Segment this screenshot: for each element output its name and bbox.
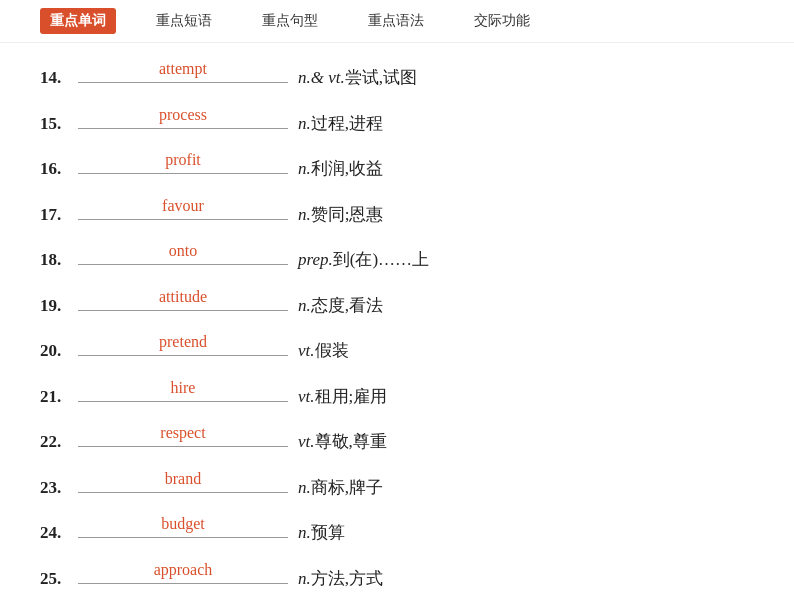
vocab-num-6: 20. [40, 338, 78, 364]
vocab-def-3: n.赞同;恩惠 [298, 202, 383, 228]
vocab-row-2: 16.profitn.利润,收益 [40, 142, 754, 188]
vocab-blank-3: favour [78, 194, 288, 220]
vocab-blank-2: profit [78, 148, 288, 174]
vocab-blank-6: pretend [78, 330, 288, 356]
vocab-row-3: 17.favourn.赞同;恩惠 [40, 188, 754, 234]
vocab-def-9: n.商标,牌子 [298, 475, 383, 501]
vocab-word-2: profit [165, 148, 201, 172]
vocab-def-4: prep.到(在)……上 [298, 247, 429, 273]
vocab-num-4: 18. [40, 247, 78, 273]
vocab-row-1: 15.processn.过程,进程 [40, 97, 754, 143]
vocab-word-9: brand [165, 467, 201, 491]
vocab-row-0: 14.attemptn.& vt.尝试,试图 [40, 51, 754, 97]
vocab-word-8: respect [160, 421, 205, 445]
vocab-num-8: 22. [40, 429, 78, 455]
vocab-blank-11: approach [78, 558, 288, 584]
vocab-word-10: budget [161, 512, 205, 536]
vocab-def-6: vt.假装 [298, 338, 349, 364]
vocab-num-0: 14. [40, 65, 78, 91]
vocab-def-8: vt.尊敬,尊重 [298, 429, 387, 455]
vocab-row-4: 18.ontoprep.到(在)……上 [40, 233, 754, 279]
vocab-row-7: 21.hirevt.租用;雇用 [40, 370, 754, 416]
vocab-blank-7: hire [78, 376, 288, 402]
vocab-def-2: n.利润,收益 [298, 156, 383, 182]
vocab-word-4: onto [169, 239, 197, 263]
vocab-word-0: attempt [159, 57, 207, 81]
vocab-def-1: n.过程,进程 [298, 111, 383, 137]
vocab-def-7: vt.租用;雇用 [298, 384, 387, 410]
vocab-row-6: 20.pretendvt.假装 [40, 324, 754, 370]
vocab-num-3: 17. [40, 202, 78, 228]
vocab-num-10: 24. [40, 520, 78, 546]
vocab-num-2: 16. [40, 156, 78, 182]
tab-2[interactable]: 重点句型 [252, 8, 328, 34]
tab-3[interactable]: 重点语法 [358, 8, 434, 34]
tab-bar: 重点单词重点短语重点句型重点语法交际功能 [0, 0, 794, 43]
vocab-blank-1: process [78, 103, 288, 129]
vocab-row-8: 22.respectvt.尊敬,尊重 [40, 415, 754, 461]
vocab-word-6: pretend [159, 330, 207, 354]
vocab-blank-9: brand [78, 467, 288, 493]
tab-1[interactable]: 重点短语 [146, 8, 222, 34]
vocab-word-11: approach [154, 558, 213, 582]
vocab-row-5: 19.attituden.态度,看法 [40, 279, 754, 325]
vocab-row-9: 23.brandn.商标,牌子 [40, 461, 754, 507]
vocab-def-10: n.预算 [298, 520, 345, 546]
vocab-blank-0: attempt [78, 57, 288, 83]
tab-0[interactable]: 重点单词 [40, 8, 116, 34]
vocab-word-3: favour [162, 194, 204, 218]
vocab-word-1: process [159, 103, 207, 127]
vocab-list: 14.attemptn.& vt.尝试,试图15.processn.过程,进程1… [0, 43, 794, 596]
tab-4[interactable]: 交际功能 [464, 8, 540, 34]
vocab-def-5: n.态度,看法 [298, 293, 383, 319]
vocab-num-7: 21. [40, 384, 78, 410]
vocab-row-10: 24.budgetn.预算 [40, 506, 754, 552]
vocab-blank-5: attitude [78, 285, 288, 311]
vocab-row-11: 25.approachn.方法,方式 [40, 552, 754, 597]
vocab-def-11: n.方法,方式 [298, 566, 383, 592]
vocab-def-0: n.& vt.尝试,试图 [298, 65, 417, 91]
vocab-blank-8: respect [78, 421, 288, 447]
vocab-num-11: 25. [40, 566, 78, 592]
vocab-num-1: 15. [40, 111, 78, 137]
vocab-word-7: hire [171, 376, 196, 400]
vocab-word-5: attitude [159, 285, 207, 309]
vocab-blank-10: budget [78, 512, 288, 538]
vocab-num-9: 23. [40, 475, 78, 501]
vocab-num-5: 19. [40, 293, 78, 319]
vocab-blank-4: onto [78, 239, 288, 265]
